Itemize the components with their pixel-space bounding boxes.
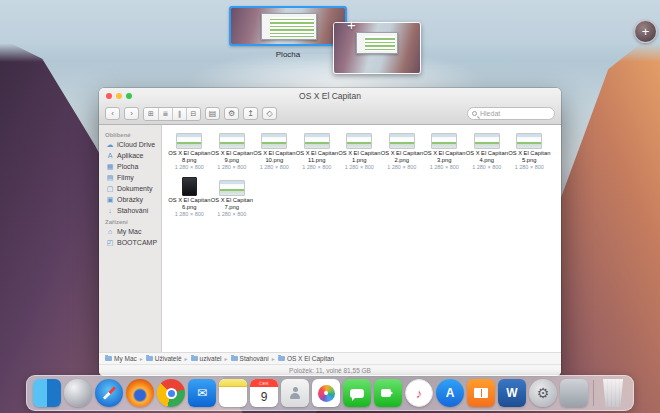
sidebar-item-icloud-drive[interactable]: ☁ iCloud Drive bbox=[99, 139, 161, 150]
arrange-button[interactable]: ▤ bbox=[205, 107, 220, 120]
path-segment-user[interactable]: uzivatel bbox=[191, 355, 222, 362]
file-thumbnail bbox=[219, 133, 245, 149]
tags-button[interactable]: ◇ bbox=[262, 107, 277, 120]
back-button[interactable]: ‹ bbox=[105, 107, 120, 120]
sidebar-item-downloads[interactable]: ↓ Stahování bbox=[99, 205, 161, 216]
path-segment-users[interactable]: Uživatelé bbox=[146, 355, 182, 362]
sidebar-item-label: iCloud Drive bbox=[117, 141, 155, 148]
file-item[interactable]: OS X El Capitan 10.png 1 280 × 800 bbox=[253, 130, 296, 170]
path-label: OS X El Capitan bbox=[287, 355, 334, 362]
close-button[interactable] bbox=[106, 93, 112, 99]
file-item[interactable]: OS X El Capitan 8.png 1 280 × 800 bbox=[168, 130, 211, 170]
sidebar-item-desktop[interactable]: ▦ Plocha bbox=[99, 161, 161, 172]
file-item[interactable]: OS X El Capitan 3.png 1 280 × 800 bbox=[423, 130, 466, 170]
disk-icon: ◰ bbox=[106, 239, 114, 247]
file-item[interactable]: OS X El Capitan 2.png 1 280 × 800 bbox=[381, 130, 424, 170]
file-item[interactable]: OS X El Capitan 11.png 1 280 × 800 bbox=[296, 130, 339, 170]
folder-icon bbox=[231, 356, 238, 361]
minimize-button[interactable] bbox=[116, 93, 122, 99]
path-segment-downloads[interactable]: Stahování bbox=[231, 355, 269, 362]
dock-chrome-icon[interactable] bbox=[157, 379, 185, 407]
sidebar-item-applications[interactable]: A Aplikace bbox=[99, 150, 161, 161]
path-label: Uživatelé bbox=[155, 355, 182, 362]
dock-contacts-icon[interactable] bbox=[281, 379, 309, 407]
calendar-month: ČER bbox=[250, 379, 278, 387]
file-info: 1 280 × 800 bbox=[260, 164, 289, 170]
chevron-right-icon: ▸ bbox=[272, 355, 275, 362]
fullscreen-button[interactable] bbox=[126, 93, 132, 99]
file-item[interactable]: OS X El Capitan 9.png 1 280 × 800 bbox=[211, 130, 254, 170]
sidebar-item-label: Dokumenty bbox=[117, 185, 152, 192]
dock-trash-icon[interactable] bbox=[599, 379, 627, 407]
file-info: 1 280 × 800 bbox=[175, 211, 204, 217]
file-info: 1 280 × 800 bbox=[387, 164, 416, 170]
dock-photos-icon[interactable] bbox=[312, 379, 340, 407]
dock-system-preferences-icon[interactable]: ⚙ bbox=[529, 379, 557, 407]
search-icon bbox=[472, 111, 477, 116]
dock-launchpad-icon[interactable] bbox=[64, 379, 92, 407]
add-space-button[interactable]: + bbox=[634, 20, 657, 43]
dock-calendar-icon[interactable]: ČER 9 bbox=[250, 379, 278, 407]
file-thumbnail bbox=[182, 177, 197, 196]
chrome-center-icon bbox=[166, 388, 177, 399]
traffic-lights bbox=[106, 88, 132, 103]
folder-icon bbox=[105, 356, 112, 361]
dock-mail-icon[interactable]: ✉ bbox=[188, 379, 216, 407]
dock-safari-icon[interactable] bbox=[95, 379, 123, 407]
share-button[interactable]: ↥ bbox=[243, 107, 258, 120]
dock-word-icon[interactable]: W bbox=[498, 379, 526, 407]
dock-notes-icon[interactable] bbox=[219, 379, 247, 407]
sidebar-item-pictures[interactable]: ▣ Obrázky bbox=[99, 194, 161, 205]
add-space-plus-icon: + bbox=[347, 16, 356, 33]
folder-icon bbox=[191, 356, 198, 361]
list-view-button[interactable]: ≣ bbox=[158, 108, 172, 120]
sidebar-item-movies[interactable]: ▤ Filmy bbox=[99, 172, 161, 183]
path-segment-current-folder[interactable]: OS X El Capitan bbox=[278, 355, 334, 362]
file-name: 9.png bbox=[210, 157, 254, 164]
file-info: 1 280 × 800 bbox=[217, 164, 246, 170]
coverflow-view-button[interactable]: ⊟ bbox=[186, 108, 200, 120]
dock-messages-icon[interactable] bbox=[343, 379, 371, 407]
icon-view-button[interactable]: ⊞ bbox=[144, 108, 158, 120]
column-view-button[interactable]: ∥ bbox=[172, 108, 186, 120]
dock-facetime-icon[interactable] bbox=[374, 379, 402, 407]
file-area[interactable]: OS X El Capitan 8.png 1 280 × 800 OS X E… bbox=[162, 125, 561, 352]
dock-finder-icon[interactable] bbox=[33, 379, 61, 407]
space-thumbnail-plocha[interactable] bbox=[229, 6, 347, 46]
search-input[interactable]: Hledat bbox=[467, 107, 555, 120]
app-store-a-icon: A bbox=[446, 386, 455, 400]
file-item[interactable]: OS X El Capitan 5.png 1 280 × 800 bbox=[508, 130, 551, 170]
file-info: 1 280 × 800 bbox=[345, 164, 374, 170]
path-label: uzivatel bbox=[200, 355, 222, 362]
sidebar-item-label: Obrázky bbox=[117, 196, 143, 203]
file-item[interactable]: OS X El Capitan 7.png 1 280 × 800 bbox=[211, 177, 254, 217]
file-item[interactable]: OS X El Capitan 6.png 1 280 × 800 bbox=[168, 177, 211, 217]
file-grid: OS X El Capitan 8.png 1 280 × 800 OS X E… bbox=[162, 125, 561, 224]
chevron-right-icon: ▸ bbox=[225, 355, 228, 362]
calendar-day: 9 bbox=[261, 390, 268, 404]
dock-itunes-icon[interactable]: ♪ bbox=[405, 379, 433, 407]
mini-window-content bbox=[270, 17, 314, 37]
forward-button[interactable]: › bbox=[124, 107, 139, 120]
dock-generic-app-icon[interactable] bbox=[560, 379, 588, 407]
sidebar-item-label: Filmy bbox=[117, 174, 134, 181]
sidebar-item-documents[interactable]: ▢ Dokumenty bbox=[99, 183, 161, 194]
dock-firefox-icon[interactable] bbox=[126, 379, 154, 407]
sidebar-item-bootcamp[interactable]: ◰ BOOTCAMP bbox=[99, 237, 161, 248]
file-item[interactable]: OS X El Capitan 1.png 1 280 × 800 bbox=[338, 130, 381, 170]
sidebar-item-my-mac[interactable]: ⌂ My Mac bbox=[99, 226, 161, 237]
space-label: Plocha bbox=[229, 50, 347, 59]
folder-icon bbox=[146, 356, 153, 361]
path-segment-my-mac[interactable]: My Mac bbox=[105, 355, 137, 362]
sidebar: Oblíbené ☁ iCloud Drive A Aplikace ▦ Plo… bbox=[99, 125, 162, 352]
file-item[interactable]: OS X El Capitan 4.png 1 280 × 800 bbox=[466, 130, 509, 170]
dock-app-store-icon[interactable]: A bbox=[436, 379, 464, 407]
action-button[interactable]: ⚙ bbox=[224, 107, 239, 120]
downloads-icon: ↓ bbox=[106, 207, 114, 214]
dock-ibooks-icon[interactable] bbox=[467, 379, 495, 407]
titlebar[interactable]: OS X El Capitan bbox=[99, 88, 561, 103]
file-name: 4.png bbox=[465, 157, 509, 164]
file-name: 10.png bbox=[252, 157, 296, 164]
applications-icon: A bbox=[106, 152, 114, 159]
file-name: 1.png bbox=[337, 157, 381, 164]
